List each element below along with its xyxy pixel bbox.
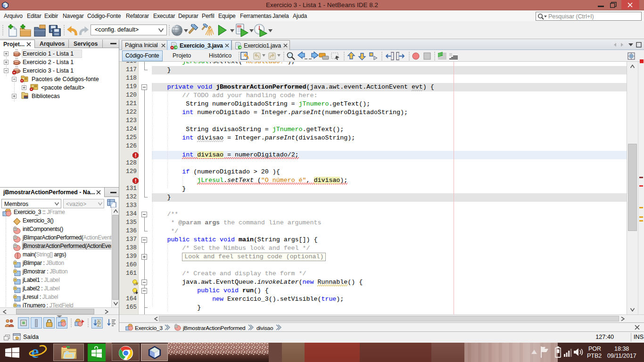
svg-text:A: A bbox=[98, 320, 100, 323]
svg-text:Z: Z bbox=[98, 323, 100, 327]
